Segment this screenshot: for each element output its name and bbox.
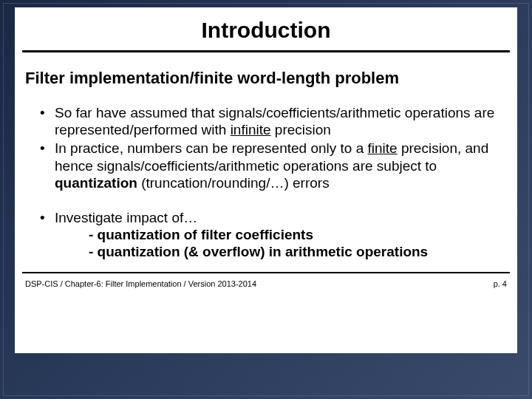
sub-line-1: - quantization of filter coefficients bbox=[55, 226, 504, 243]
bullet-list: So far have assumed that signals/coeffic… bbox=[15, 104, 517, 191]
slide-title: Introduction bbox=[15, 18, 517, 43]
sub-line-2: - quantization (& overflow) in arithmeti… bbox=[55, 243, 504, 260]
footer-left: DSP-CIS / Chapter-6: Filter Implementati… bbox=[25, 279, 256, 288]
page-number: p. 4 bbox=[494, 279, 507, 288]
bullet-1: So far have assumed that signals/coeffic… bbox=[40, 104, 504, 138]
bullet-3: Investigate impact of… - quantization of… bbox=[40, 209, 504, 261]
bullet-2-bold: quantization bbox=[55, 175, 137, 191]
bullet-1-underline: infinite bbox=[231, 122, 271, 137]
bullet-1-text-c: precision bbox=[271, 122, 331, 137]
footer: DSP-CIS / Chapter-6: Filter Implementati… bbox=[15, 279, 517, 288]
title-divider bbox=[22, 50, 510, 52]
subtitle: Filter implementation/finite word-length… bbox=[15, 69, 517, 88]
slide: Introduction Filter implementation/finit… bbox=[0, 0, 532, 399]
bullet-2: In practice, numbers can be represented … bbox=[40, 140, 504, 191]
bullet-2-text-e: (truncation/rounding/…) errors bbox=[137, 175, 330, 191]
spacer bbox=[15, 193, 517, 209]
bullet-3-text: Investigate impact of… bbox=[55, 210, 197, 225]
bullet-list-2: Investigate impact of… - quantization of… bbox=[15, 209, 517, 261]
footer-divider bbox=[22, 272, 510, 273]
bullet-2-underline: finite bbox=[368, 140, 398, 156]
bullet-2-text-a: In practice, numbers can be represented … bbox=[55, 140, 368, 156]
content-box: Introduction Filter implementation/finit… bbox=[15, 7, 517, 353]
